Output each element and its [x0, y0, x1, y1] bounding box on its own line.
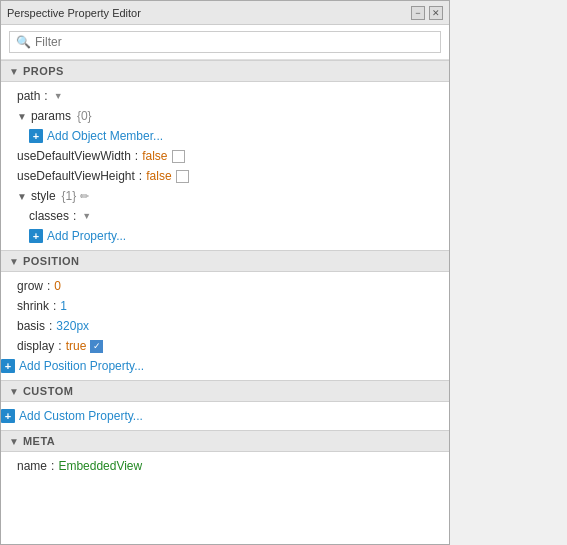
prop-shrink-name: shrink: [17, 299, 49, 313]
add-object-member-row[interactable]: + Add Object Member...: [1, 126, 449, 146]
prop-grow: grow : 0: [1, 276, 449, 296]
meta-toggle[interactable]: ▼: [9, 436, 19, 447]
prop-params: ▼ params {0}: [1, 106, 449, 126]
add-custom-property-icon: +: [1, 409, 15, 423]
add-object-member-label: Add Object Member...: [47, 129, 163, 143]
prop-path: path : ▼: [1, 86, 449, 106]
prop-style-toggle[interactable]: ▼: [17, 191, 27, 202]
prop-path-dropdown[interactable]: ▼: [54, 91, 63, 101]
props-toggle[interactable]: ▼: [9, 66, 19, 77]
add-position-property-icon: +: [1, 359, 15, 373]
position-label: POSITION: [23, 255, 80, 267]
prop-display-colon: :: [58, 339, 61, 353]
prop-shrink-value: 1: [60, 299, 67, 313]
prop-meta-name-colon: :: [51, 459, 54, 473]
custom-label: CUSTOM: [23, 385, 73, 397]
prop-display-checkbox[interactable]: [90, 340, 103, 353]
window-controls: − ✕: [411, 6, 443, 20]
prop-basis-colon: :: [49, 319, 52, 333]
prop-udvh-colon: :: [139, 169, 142, 183]
prop-classes-colon: :: [73, 209, 76, 223]
add-property-label: Add Property...: [47, 229, 126, 243]
prop-udw-value: false: [142, 149, 167, 163]
prop-path-name: path: [17, 89, 40, 103]
minimize-button[interactable]: −: [411, 6, 425, 20]
add-property-icon: +: [29, 229, 43, 243]
prop-style: ▼ style {1} ✏: [1, 186, 449, 206]
prop-classes: classes : ▼: [1, 206, 449, 226]
prop-style-edit-icon[interactable]: ✏: [80, 190, 89, 203]
prop-udw-name: useDefaultViewWidth: [17, 149, 131, 163]
prop-udvh-value: false: [146, 169, 171, 183]
prop-basis: basis : 320px: [1, 316, 449, 336]
prop-params-name: params: [31, 109, 71, 123]
prop-grow-colon: :: [47, 279, 50, 293]
prop-params-count: {0}: [77, 109, 92, 123]
prop-display-value: true: [66, 339, 87, 353]
custom-section-body: + Add Custom Property...: [1, 402, 449, 430]
add-object-member-icon: +: [29, 129, 43, 143]
position-section-body: grow : 0 shrink : 1 basis : 320px displa…: [1, 272, 449, 380]
search-wrapper: 🔍: [9, 31, 441, 53]
position-toggle[interactable]: ▼: [9, 256, 19, 267]
prop-basis-name: basis: [17, 319, 45, 333]
meta-section-header: ▼ META: [1, 430, 449, 452]
prop-udw-checkbox[interactable]: [172, 150, 185, 163]
add-custom-property-row[interactable]: + Add Custom Property...: [1, 406, 449, 426]
prop-meta-name-key: name: [17, 459, 47, 473]
prop-basis-value: 320px: [56, 319, 89, 333]
custom-toggle[interactable]: ▼: [9, 386, 19, 397]
prop-style-count: {1}: [62, 189, 77, 203]
prop-path-colon: :: [44, 89, 47, 103]
window-title: Perspective Property Editor: [7, 7, 141, 19]
props-section-header: ▼ PROPS: [1, 60, 449, 82]
prop-classes-dropdown[interactable]: ▼: [82, 211, 91, 221]
prop-udvh-checkbox[interactable]: [176, 170, 189, 183]
add-position-property-label: Add Position Property...: [19, 359, 144, 373]
meta-section-body: name : EmbeddedView: [1, 452, 449, 480]
prop-style-name: style: [31, 189, 56, 203]
title-bar: Perspective Property Editor − ✕: [1, 1, 449, 25]
prop-use-default-view-height: useDefaultViewHeight : false: [1, 166, 449, 186]
prop-display-name: display: [17, 339, 54, 353]
prop-params-toggle[interactable]: ▼: [17, 111, 27, 122]
prop-name: name : EmbeddedView: [1, 456, 449, 476]
search-bar: 🔍: [1, 25, 449, 60]
prop-use-default-view-width: useDefaultViewWidth : false: [1, 146, 449, 166]
prop-display: display : true: [1, 336, 449, 356]
add-position-property-row[interactable]: + Add Position Property...: [1, 356, 449, 376]
add-property-row[interactable]: + Add Property...: [1, 226, 449, 246]
prop-udvh-name: useDefaultViewHeight: [17, 169, 135, 183]
search-input[interactable]: [35, 35, 434, 49]
prop-udw-colon: :: [135, 149, 138, 163]
close-button[interactable]: ✕: [429, 6, 443, 20]
props-section-body: path : ▼ ▼ params {0} + Add Object Membe…: [1, 82, 449, 250]
custom-section-header: ▼ CUSTOM: [1, 380, 449, 402]
props-label: PROPS: [23, 65, 64, 77]
position-section-header: ▼ POSITION: [1, 250, 449, 272]
prop-grow-name: grow: [17, 279, 43, 293]
content-area: ▼ PROPS path : ▼ ▼ params {0} + Add Obje…: [1, 60, 449, 544]
prop-classes-name: classes: [29, 209, 69, 223]
search-icon: 🔍: [16, 35, 31, 49]
prop-meta-name-value: EmbeddedView: [58, 459, 142, 473]
perspective-property-editor: Perspective Property Editor − ✕ 🔍 ▼ PROP…: [0, 0, 450, 545]
prop-shrink: shrink : 1: [1, 296, 449, 316]
add-custom-property-label: Add Custom Property...: [19, 409, 143, 423]
prop-grow-value: 0: [54, 279, 61, 293]
prop-shrink-colon: :: [53, 299, 56, 313]
meta-label: META: [23, 435, 55, 447]
